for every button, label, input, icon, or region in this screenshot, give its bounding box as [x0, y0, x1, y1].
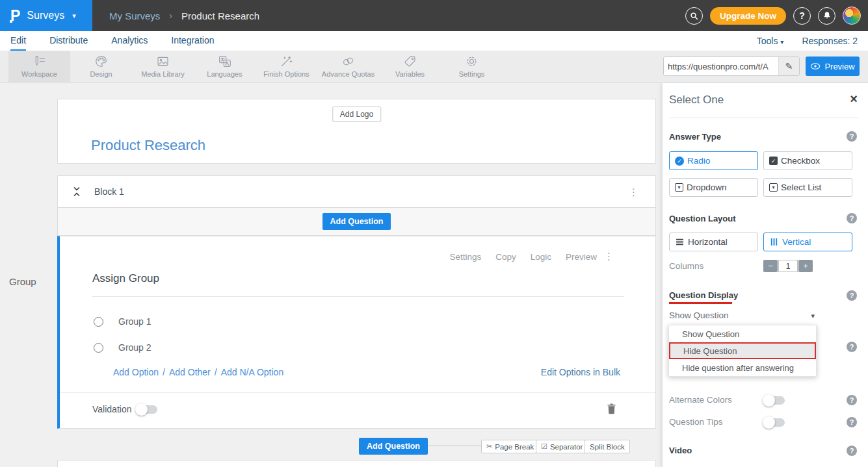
- upgrade-now-button[interactable]: Upgrade Now: [710, 7, 786, 25]
- question-logic-link[interactable]: Logic: [531, 252, 551, 262]
- tab-analytics[interactable]: Analytics: [111, 31, 148, 51]
- select-list-icon: ▾: [769, 183, 778, 192]
- toolbar-item-media-library[interactable]: Media Library: [132, 51, 194, 82]
- notifications-button[interactable]: [818, 7, 835, 25]
- columns-stepper: − +: [763, 260, 813, 272]
- option-label[interactable]: Group 1: [118, 316, 151, 327]
- add-option-link[interactable]: Add Option: [113, 367, 159, 377]
- columns-decrement-button[interactable]: −: [763, 260, 778, 272]
- chevron-down-icon: ▾: [72, 12, 76, 20]
- add-question-strip: Add Question: [57, 208, 656, 236]
- page-break-button[interactable]: ✂ Page Break: [481, 440, 539, 453]
- toolbar-item-languages[interactable]: Languages: [194, 51, 256, 82]
- preview-button[interactable]: Preview: [806, 57, 860, 76]
- split-block-button[interactable]: Split Block: [585, 440, 630, 453]
- questionpro-logo-icon: P: [10, 8, 20, 23]
- columns-input[interactable]: [778, 260, 798, 272]
- radio-input[interactable]: [94, 317, 103, 327]
- tab-distribute[interactable]: Distribute: [49, 31, 88, 51]
- edit-options-in-bulk-link[interactable]: Edit Options in Bulk: [541, 367, 620, 377]
- question-card[interactable]: Settings Copy Logic Preview ⋮ Assign Gro…: [57, 236, 656, 429]
- tab-integration[interactable]: Integration: [171, 31, 214, 51]
- question-tips-toggle[interactable]: [764, 418, 785, 427]
- section-nav: Edit Distribute Analytics Integration To…: [0, 31, 868, 51]
- question-copy-link[interactable]: Copy: [495, 252, 516, 262]
- search-button[interactable]: [685, 7, 703, 25]
- dropdown-icon: ▾: [675, 183, 683, 192]
- video-label: Video: [669, 446, 692, 455]
- question-display-select[interactable]: Show Question ▾: [669, 310, 817, 320]
- menu-item-show-question[interactable]: Show Question: [669, 325, 816, 342]
- top-bar: P Surveys ▾ My Surveys › Product Researc…: [0, 0, 868, 31]
- radio-input[interactable]: [94, 343, 103, 353]
- question-preview-link[interactable]: Preview: [566, 252, 597, 262]
- product-menu[interactable]: P Surveys ▾: [0, 0, 92, 31]
- toolbar-item-design[interactable]: Design: [70, 51, 132, 82]
- edit-url-button[interactable]: ✎: [778, 57, 799, 75]
- hidden-setting-help-icon[interactable]: ?: [847, 342, 857, 352]
- block-menu-button[interactable]: ⋮: [629, 187, 638, 197]
- add-question-button-bottom[interactable]: Add Question: [359, 438, 428, 455]
- link-separator: /: [215, 367, 217, 377]
- question-settings-panel: Select One × Answer Type ? ✓ Radio ✓ Che…: [663, 83, 868, 467]
- columns-increment-button[interactable]: +: [798, 260, 813, 272]
- survey-url-input[interactable]: [664, 57, 778, 75]
- tab-edit[interactable]: Edit: [10, 31, 26, 51]
- answer-type-dropdown[interactable]: ▾ Dropdown: [669, 178, 758, 197]
- help-icon: ?: [799, 10, 805, 21]
- alternate-colors-label: Alternate Colors: [669, 395, 732, 405]
- collapse-block-button[interactable]: [72, 186, 81, 197]
- help-button[interactable]: ?: [793, 7, 811, 25]
- question-title[interactable]: Assign Group: [92, 272, 159, 285]
- add-na-option-link[interactable]: Add N/A Option: [221, 367, 284, 377]
- responses-count[interactable]: Responses: 2: [802, 36, 858, 46]
- tools-menu[interactable]: Tools ▾: [757, 36, 784, 46]
- separator-button[interactable]: ☑ Separator: [536, 440, 588, 453]
- chain-links-icon: [341, 55, 355, 68]
- layout-vertical-button[interactable]: Vertical: [763, 233, 852, 251]
- delete-question-button[interactable]: [607, 403, 616, 417]
- add-other-link[interactable]: Add Other: [169, 367, 211, 377]
- annotation-underline: [669, 302, 732, 304]
- user-avatar[interactable]: [843, 6, 861, 25]
- workspace-icon: [33, 55, 46, 68]
- toolbar-item-variables[interactable]: Variables: [379, 51, 441, 82]
- toolbar-item-advance-quotas[interactable]: Advance Quotas: [317, 51, 379, 82]
- answer-type-checkbox[interactable]: ✓ Checkbox: [763, 151, 852, 170]
- answer-type-help-icon[interactable]: ?: [847, 131, 857, 142]
- validation-row: Validation: [92, 404, 157, 414]
- menu-item-hide-after-answering[interactable]: Hide question after answering: [669, 359, 816, 376]
- close-icon[interactable]: ×: [850, 92, 858, 105]
- question-settings-link[interactable]: Settings: [449, 252, 481, 262]
- breadcrumb-my-surveys[interactable]: My Surveys: [109, 10, 160, 21]
- layout-horizontal-button[interactable]: Horizontal: [669, 233, 758, 251]
- magic-wand-icon: [280, 55, 293, 68]
- answer-type-select-list[interactable]: ▾ Select List: [763, 178, 852, 197]
- toolbar-item-finish-options[interactable]: Finish Options: [256, 51, 317, 82]
- top-right-actions: Upgrade Now ?: [685, 0, 861, 31]
- add-logo-button[interactable]: Add Logo: [332, 107, 381, 122]
- toolbar-item-settings[interactable]: Settings: [441, 51, 503, 82]
- survey-title[interactable]: Product Research: [91, 137, 205, 154]
- panel-divider: [669, 118, 859, 118]
- question-menu-button[interactable]: ⋮: [604, 251, 614, 262]
- validation-toggle[interactable]: [137, 405, 157, 414]
- question-tips-help-icon[interactable]: ?: [847, 417, 857, 427]
- add-question-button-top[interactable]: Add Question: [322, 213, 391, 230]
- builder-toolbar: Workspace Design Media Library Languages…: [0, 51, 868, 83]
- question-display-help-icon[interactable]: ?: [847, 290, 857, 301]
- alternate-colors-toggle[interactable]: [764, 396, 785, 405]
- trash-icon: [607, 403, 616, 414]
- video-help-icon[interactable]: ?: [847, 446, 857, 456]
- scissors-icon: ✂: [486, 442, 492, 451]
- toolbar-item-workspace[interactable]: Workspace: [8, 51, 70, 82]
- question-layout-help-icon[interactable]: ?: [847, 213, 857, 223]
- answer-type-radio[interactable]: ✓ Radio: [669, 151, 758, 170]
- answer-option-row: Group 2: [94, 342, 151, 353]
- columns-label: Columns: [669, 261, 704, 271]
- horizontal-lines-icon: [675, 237, 685, 247]
- chevron-down-icon: ▾: [780, 38, 783, 45]
- alternate-colors-help-icon[interactable]: ?: [847, 395, 857, 405]
- menu-item-hide-question[interactable]: Hide Question: [669, 342, 816, 359]
- option-label[interactable]: Group 2: [118, 342, 151, 353]
